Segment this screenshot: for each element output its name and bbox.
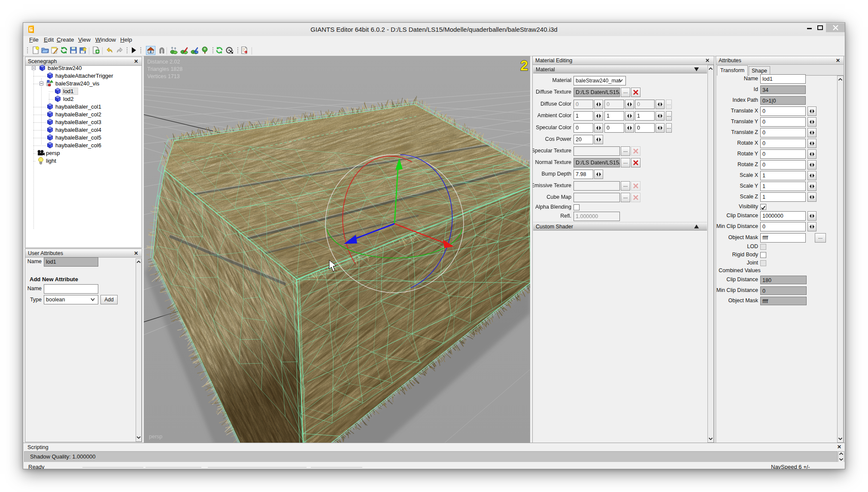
svg-text:Distance 2.02: Distance 2.02	[147, 59, 180, 65]
svg-text:2: 2	[520, 58, 528, 73]
svg-text:Triangles 1828: Triangles 1828	[147, 66, 182, 72]
svg-text:persp: persp	[149, 434, 162, 440]
svg-text:Vertices 1713: Vertices 1713	[147, 73, 180, 79]
